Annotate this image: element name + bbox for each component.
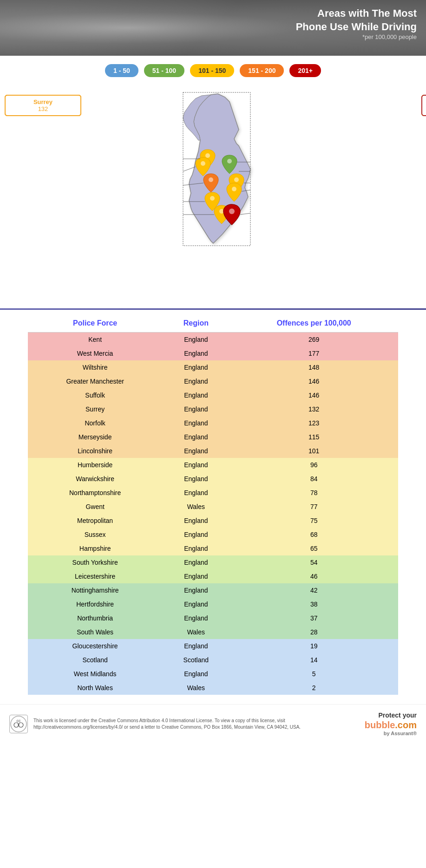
region-cell: England bbox=[162, 528, 229, 542]
region-cell: Wales bbox=[162, 625, 229, 639]
offences-cell: 68 bbox=[229, 528, 398, 542]
police-force-cell: South Wales bbox=[28, 625, 162, 639]
police-force-cell: Leicestershire bbox=[28, 569, 162, 583]
region-cell: England bbox=[162, 430, 229, 444]
svg-point-3 bbox=[205, 153, 210, 158]
region-cell: Wales bbox=[162, 500, 229, 514]
table-row: SurreyEngland132 bbox=[28, 402, 398, 416]
police-force-cell: Suffolk bbox=[28, 388, 162, 402]
svg-point-7 bbox=[209, 177, 213, 182]
police-force-cell: Sussex bbox=[28, 528, 162, 542]
table-row: GwentWales77 bbox=[28, 500, 398, 514]
offences-cell: 132 bbox=[229, 402, 398, 416]
license-text: This work is licensed under the Creative… bbox=[33, 718, 312, 731]
police-force-cell: Scotland bbox=[28, 653, 162, 667]
offences-cell: 28 bbox=[229, 625, 398, 639]
offences-table: Police Force Region Offences per 100,000… bbox=[28, 314, 398, 695]
police-force-cell: Norfolk bbox=[28, 416, 162, 430]
police-force-cell: Greater Manchester bbox=[28, 374, 162, 388]
region-cell: England bbox=[162, 388, 229, 402]
offences-cell: 269 bbox=[229, 333, 398, 347]
offences-cell: 146 bbox=[229, 374, 398, 388]
police-force-cell: Nottinghamshire bbox=[28, 583, 162, 597]
svg-line-21 bbox=[240, 213, 250, 215]
offences-cell: 37 bbox=[229, 611, 398, 625]
offences-cell: 78 bbox=[229, 486, 398, 500]
region-cell: England bbox=[162, 555, 229, 569]
offences-cell: 77 bbox=[229, 500, 398, 514]
region-cell: England bbox=[162, 472, 229, 486]
table-row: SuffolkEngland146 bbox=[28, 388, 398, 402]
svg-point-4 bbox=[201, 161, 205, 166]
police-force-cell: Hertfordshire bbox=[28, 597, 162, 611]
offences-cell: 2 bbox=[229, 681, 398, 695]
offences-cell: 19 bbox=[229, 639, 398, 653]
offences-cell: 5 bbox=[229, 667, 398, 681]
creative-commons-icon: cc bbox=[9, 715, 28, 733]
region-cell: England bbox=[162, 458, 229, 472]
police-force-cell: Wiltshire bbox=[28, 360, 162, 374]
data-table-section: Police Force Region Offences per 100,000… bbox=[0, 310, 426, 704]
police-force-cell: Lincolnshire bbox=[28, 444, 162, 458]
offences-cell: 96 bbox=[229, 458, 398, 472]
offences-cell: 101 bbox=[229, 444, 398, 458]
table-row: WarwickshireEngland84 bbox=[28, 472, 398, 486]
offences-cell: 146 bbox=[229, 388, 398, 402]
police-force-cell: Kent bbox=[28, 333, 162, 347]
svg-point-5 bbox=[227, 159, 232, 163]
header-image: Areas with The Most Phone Use While Driv… bbox=[0, 0, 426, 56]
police-force-cell: West Midlands bbox=[28, 667, 162, 681]
police-force-cell: Metropolitan bbox=[28, 514, 162, 528]
brand-logo: Protect your bubble.com by Assurant® bbox=[365, 711, 417, 737]
offences-cell: 115 bbox=[229, 430, 398, 444]
table-row: Greater ManchesterEngland146 bbox=[28, 374, 398, 388]
police-force-cell: Gwent bbox=[28, 500, 162, 514]
table-row: HertfordshireEngland38 bbox=[28, 597, 398, 611]
table-row: ScotlandScotland14 bbox=[28, 653, 398, 667]
table-row: HumbersideEngland96 bbox=[28, 458, 398, 472]
map-label-surrey: Surrey 132 bbox=[5, 95, 81, 116]
table-row: SussexEngland68 bbox=[28, 528, 398, 542]
police-force-cell: Warwickshire bbox=[28, 472, 162, 486]
table-row: NorthamptonshireEngland78 bbox=[28, 486, 398, 500]
region-cell: England bbox=[162, 639, 229, 653]
police-force-cell: West Mercia bbox=[28, 346, 162, 360]
offences-cell: 123 bbox=[229, 416, 398, 430]
legend-1-50: 1 - 50 bbox=[105, 64, 138, 77]
region-cell: England bbox=[162, 416, 229, 430]
legend-51-100: 51 - 100 bbox=[144, 64, 184, 77]
police-force-cell: Hampshire bbox=[28, 542, 162, 555]
svg-point-6 bbox=[234, 177, 239, 182]
region-cell: England bbox=[162, 444, 229, 458]
offences-cell: 42 bbox=[229, 583, 398, 597]
header-title-block: Areas with The Most Phone Use While Driv… bbox=[296, 7, 417, 40]
svg-point-9 bbox=[210, 196, 215, 201]
col-header-offences: Offences per 100,000 bbox=[229, 314, 398, 333]
footer-left: cc This work is licensed under the Creat… bbox=[9, 715, 312, 733]
offences-cell: 14 bbox=[229, 653, 398, 667]
brand-bubble: bubble bbox=[365, 720, 395, 730]
offences-cell: 38 bbox=[229, 597, 398, 611]
police-force-cell: Northamptonshire bbox=[28, 486, 162, 500]
table-row: South YorkshireEngland54 bbox=[28, 555, 398, 569]
police-force-cell: Merseyside bbox=[28, 430, 162, 444]
police-force-cell: Northumbria bbox=[28, 611, 162, 625]
region-cell: England bbox=[162, 514, 229, 528]
uk-map bbox=[139, 90, 288, 294]
brand-by: by Assurant® bbox=[365, 731, 417, 737]
table-row: LincolnshireEngland101 bbox=[28, 444, 398, 458]
offences-cell: 148 bbox=[229, 360, 398, 374]
police-force-cell: Humberside bbox=[28, 458, 162, 472]
svg-point-11 bbox=[229, 209, 235, 214]
offences-cell: 75 bbox=[229, 514, 398, 528]
table-row: KentEngland269 bbox=[28, 333, 398, 347]
region-cell: Scotland bbox=[162, 653, 229, 667]
legend-201plus: 201+ bbox=[289, 64, 321, 77]
table-row: North WalesWales2 bbox=[28, 681, 398, 695]
region-cell: Wales bbox=[162, 681, 229, 695]
main-title: Areas with The Most Phone Use While Driv… bbox=[296, 7, 417, 33]
offences-cell: 177 bbox=[229, 346, 398, 360]
table-row: GloucestershireEngland19 bbox=[28, 639, 398, 653]
legend-101-150: 101 - 150 bbox=[190, 64, 234, 77]
offences-cell: 46 bbox=[229, 569, 398, 583]
